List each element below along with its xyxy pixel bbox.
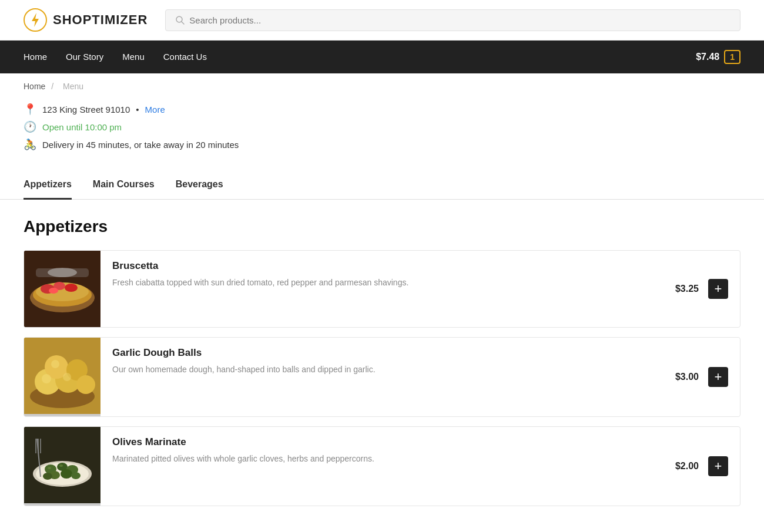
svg-point-11 [49, 288, 58, 294]
nav-links: Home Our Story Menu Contact Us [24, 52, 207, 62]
tab-main-courses[interactable]: Main Courses [93, 179, 155, 200]
cart-total: $7.48 [696, 52, 719, 62]
svg-point-39 [59, 464, 63, 467]
hours-text: Open until 10:00 pm [42, 122, 122, 132]
add-to-cart-button[interactable]: + [708, 367, 728, 387]
item-desc: Our own homemade dough, hand-shaped into… [112, 363, 652, 376]
add-to-cart-button[interactable]: + [708, 456, 728, 476]
breadcrumb: Home / Menu [0, 73, 764, 97]
search-icon [175, 15, 185, 25]
item-desc: Fresh ciabatta topped with sun dried tom… [112, 277, 652, 289]
add-to-cart-button[interactable]: + [708, 279, 728, 299]
svg-point-13 [48, 268, 77, 277]
svg-point-38 [48, 467, 51, 469]
search-input[interactable] [189, 15, 731, 25]
location-icon: 📍 [24, 103, 36, 116]
item-right-olives: $2.00 + [664, 427, 740, 506]
item-name: Bruscetta [112, 260, 652, 272]
item-image-doughballs [24, 338, 100, 416]
delivery-icon: 🚴 [24, 138, 36, 151]
search-bar[interactable] [165, 9, 740, 31]
item-right-doughballs: $3.00 + [664, 338, 740, 416]
delivery-text: Delivery in 45 minutes, or take away in … [42, 140, 239, 150]
section-title: Appetizers [24, 217, 740, 236]
svg-point-26 [51, 360, 59, 368]
item-desc: Marinated pitted olives with whole garli… [112, 453, 652, 465]
address-text: 123 King Street 91010 [42, 105, 130, 115]
item-price: $2.00 [675, 461, 699, 472]
item-name: Garlic Dough Balls [112, 347, 652, 359]
delivery-row: 🚴 Delivery in 45 minutes, or take away i… [24, 138, 740, 151]
item-name: Olives Marinate [112, 436, 652, 448]
item-image-olives [24, 427, 100, 506]
tab-appetizers[interactable]: Appetizers [24, 179, 72, 200]
category-tabs: Appetizers Main Courses Beverages [0, 167, 764, 200]
breadcrumb-current: Menu [63, 82, 83, 91]
item-price: $3.25 [675, 284, 699, 294]
svg-point-10 [65, 284, 78, 292]
menu-item: Garlic Dough Balls Our own homemade doug… [24, 337, 740, 417]
svg-line-3 [182, 22, 184, 24]
svg-point-36 [71, 472, 81, 479]
tab-beverages[interactable]: Beverages [176, 179, 223, 200]
top-header: SHOPTIMIZER [0, 0, 764, 41]
svg-point-37 [43, 473, 52, 480]
cart-badge: 1 [724, 50, 740, 64]
item-body-olives: Olives Marinate Marinated pitted olives … [100, 427, 664, 506]
menu-item: Bruscetta Fresh ciabatta topped with sun… [24, 250, 740, 328]
breadcrumb-separator: / [51, 82, 53, 91]
nav-our-story[interactable]: Our Story [66, 52, 103, 62]
menu-item: Olives Marinate Marinated pitted olives … [24, 426, 740, 506]
item-body-doughballs: Garlic Dough Balls Our own homemade doug… [100, 338, 664, 416]
address-row: 📍 123 King Street 91010 • More [24, 103, 740, 116]
nav-bar: Home Our Story Menu Contact Us $7.48 1 [0, 41, 764, 73]
clock-icon: 🕐 [24, 120, 36, 133]
item-right-bruscetta: $3.25 + [664, 251, 740, 327]
item-price: $3.00 [675, 372, 699, 382]
main-content: Appetizers Bruscetta [0, 200, 764, 532]
brand-name: SHOPTIMIZER [53, 12, 148, 28]
nav-menu[interactable]: Menu [122, 52, 145, 62]
logo-area: SHOPTIMIZER [24, 8, 148, 32]
item-image-bruscetta [24, 251, 100, 327]
nav-home[interactable]: Home [24, 52, 47, 62]
item-body-bruscetta: Bruscetta Fresh ciabatta topped with sun… [100, 251, 664, 327]
svg-point-24 [42, 374, 51, 383]
info-section: 📍 123 King Street 91010 • More 🕐 Open un… [0, 97, 764, 167]
svg-point-23 [76, 375, 95, 394]
more-link[interactable]: More [145, 105, 165, 115]
cart-area[interactable]: $7.48 1 [696, 50, 740, 64]
address-separator: • [136, 105, 139, 115]
breadcrumb-home[interactable]: Home [24, 82, 45, 91]
svg-point-25 [63, 373, 71, 381]
nav-contact-us[interactable]: Contact Us [163, 52, 207, 62]
svg-point-35 [61, 469, 72, 479]
logo-icon [24, 8, 47, 32]
hours-row: 🕐 Open until 10:00 pm [24, 120, 740, 133]
